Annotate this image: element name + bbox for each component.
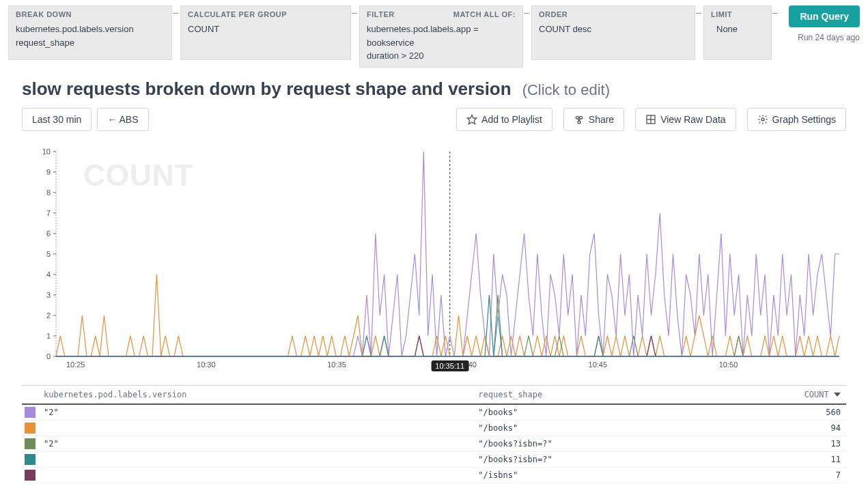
time-range-label: Last 30 min <box>32 114 81 125</box>
cell-request-shape: "/isbns" <box>473 467 712 483</box>
abs-label: ← ABS <box>107 114 138 125</box>
breakdown-line: kubernetes.pod.labels.version <box>16 23 165 36</box>
raw-data-label: View Raw Data <box>660 114 725 125</box>
count-header-label: COUNT <box>804 390 829 399</box>
cell-version <box>38 451 473 467</box>
results-table: kubernetes.pod.labels.version request_sh… <box>22 386 846 483</box>
query-builder-bar: BREAK DOWN kubernetes.pod.labels.version… <box>0 0 868 68</box>
svg-text:10:35: 10:35 <box>327 360 346 369</box>
star-icon <box>466 114 477 125</box>
add-to-playlist-button[interactable]: Add to Playlist <box>456 108 552 131</box>
title-row: slow requests broken down by request sha… <box>0 68 868 105</box>
cursor-time-tooltip: 10:35:11 <box>431 360 468 371</box>
table-row[interactable]: "/books?isbn=?"11 <box>22 451 846 467</box>
svg-text:6: 6 <box>46 229 51 238</box>
table-row[interactable]: "2""/books?isbn=?"13 <box>22 436 846 451</box>
settings-label: Graph Settings <box>772 114 836 125</box>
filter-header: FILTER MATCH ALL OF: <box>367 10 516 18</box>
svg-point-7 <box>761 118 764 121</box>
svg-text:4: 4 <box>46 270 51 279</box>
filter-match-mode: MATCH ALL OF: <box>453 10 516 18</box>
calculate-line: COUNT <box>188 23 344 36</box>
row-swatch <box>22 404 38 421</box>
share-label: Share <box>589 114 614 125</box>
sort-desc-icon <box>834 390 841 397</box>
svg-text:10:25: 10:25 <box>66 360 85 369</box>
cell-request-shape: "/books?isbn=?" <box>473 451 712 467</box>
filter-line: kubernetes.pod.labels.app = bookservice <box>367 23 516 49</box>
run-timestamp: Run 24 days ago <box>789 33 860 42</box>
graph-settings-button[interactable]: Graph Settings <box>747 108 846 131</box>
query-block-filter[interactable]: FILTER MATCH ALL OF: kubernetes.pod.labe… <box>359 5 523 68</box>
row-swatch <box>22 436 38 451</box>
abs-time-button[interactable]: ← ABS <box>97 108 148 131</box>
svg-text:2: 2 <box>46 311 51 320</box>
limit-value: None <box>711 23 764 36</box>
cell-count: 560 <box>712 404 846 421</box>
svg-text:9: 9 <box>46 168 51 176</box>
query-block-calculate[interactable]: CALCULATE PER GROUP COUNT <box>180 5 351 60</box>
playlist-label: Add to Playlist <box>481 114 542 125</box>
cell-request-shape: "/books?isbn=?" <box>473 436 712 451</box>
svg-point-3 <box>578 121 580 124</box>
run-query-button[interactable]: Run Query <box>789 5 860 27</box>
cell-count: 94 <box>712 420 846 436</box>
svg-marker-39 <box>834 393 841 397</box>
filter-line: duration > 220 <box>367 49 516 63</box>
table-row[interactable]: "/books"94 <box>22 420 846 436</box>
query-block-breakdown[interactable]: BREAK DOWN kubernetes.pod.labels.version… <box>8 5 172 60</box>
svg-text:10:45: 10:45 <box>589 360 608 369</box>
controls-row: Last 30 min ← ABS Add to Playlist Share … <box>0 105 868 139</box>
limit-header: LIMIT <box>711 10 764 18</box>
svg-text:1: 1 <box>46 332 51 340</box>
title-edit-hint: (Click to edit) <box>522 81 610 99</box>
svg-text:10: 10 <box>42 147 51 156</box>
query-block-order[interactable]: ORDER COUNT desc <box>531 5 695 60</box>
calculate-header: CALCULATE PER GROUP <box>188 10 344 18</box>
svg-text:10:30: 10:30 <box>197 360 216 369</box>
svg-marker-0 <box>467 115 476 124</box>
cell-version <box>38 467 473 483</box>
col-count[interactable]: COUNT <box>712 386 846 404</box>
table-icon <box>645 114 656 125</box>
page-title[interactable]: slow requests broken down by request sha… <box>22 79 512 100</box>
svg-text:0: 0 <box>46 352 51 360</box>
cell-count: 13 <box>712 436 846 451</box>
share-button[interactable]: Share <box>563 108 624 131</box>
chart-svg[interactable]: 01234567891010:2510:3010:3510:4010:4510:… <box>22 145 846 377</box>
row-swatch <box>22 420 38 436</box>
query-actions: Run Query Run 24 days ago <box>789 5 860 42</box>
svg-text:7: 7 <box>46 209 51 217</box>
col-version[interactable]: kubernetes.pod.labels.version <box>38 386 473 404</box>
cell-request-shape: "/books" <box>473 420 712 436</box>
row-swatch <box>22 451 38 467</box>
table-row[interactable]: "/isbns"7 <box>22 467 846 483</box>
cell-version <box>38 420 473 436</box>
swatch-header <box>22 386 38 404</box>
results-table-wrap: kubernetes.pod.labels.version request_sh… <box>22 385 846 483</box>
gear-icon <box>757 114 768 125</box>
cell-count: 11 <box>712 451 846 467</box>
cell-count: 7 <box>712 467 846 483</box>
svg-text:3: 3 <box>46 291 51 299</box>
svg-text:8: 8 <box>46 188 51 197</box>
time-range-picker[interactable]: Last 30 min <box>22 108 92 131</box>
view-raw-data-button[interactable]: View Raw Data <box>635 108 736 131</box>
table-row[interactable]: "2""/books"560 <box>22 404 846 421</box>
chart-container[interactable]: COUNT 01234567891010:2510:3010:3510:4010… <box>22 145 846 377</box>
order-header: ORDER <box>539 10 688 18</box>
filter-header-label: FILTER <box>367 10 395 18</box>
query-block-limit[interactable]: LIMIT None <box>703 5 772 60</box>
breakdown-header: BREAK DOWN <box>16 10 165 18</box>
order-line: COUNT desc <box>539 23 688 36</box>
breakdown-line: request_shape <box>16 36 165 50</box>
svg-text:10:50: 10:50 <box>719 360 738 369</box>
row-swatch <box>22 467 38 483</box>
svg-text:5: 5 <box>46 250 51 258</box>
share-icon <box>574 114 585 125</box>
cell-version: "2" <box>38 436 473 451</box>
cell-version: "2" <box>38 404 473 421</box>
cell-request-shape: "/books" <box>473 404 712 421</box>
col-request-shape[interactable]: request_shape <box>473 386 712 404</box>
